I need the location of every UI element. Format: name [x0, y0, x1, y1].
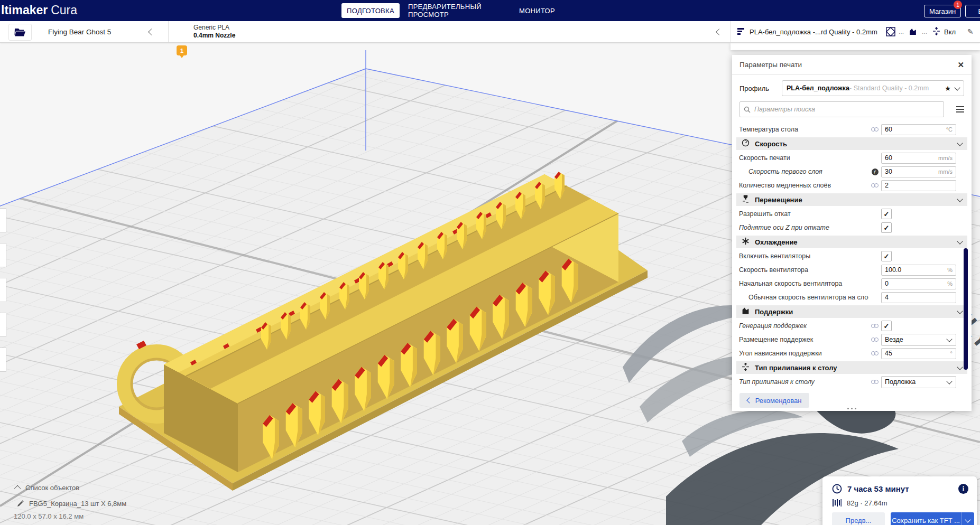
mirror-tool-button[interactable]: [0, 313, 6, 337]
panel-resize-handle[interactable]: [732, 408, 972, 409]
chevron-down-icon: [957, 140, 963, 146]
setting-label: Включить вентиляторы: [739, 252, 868, 260]
recommended-mode-button[interactable]: Рекомендован: [739, 393, 809, 408]
section-label: Перемещение: [755, 196, 958, 204]
chevron-down-icon: [946, 378, 952, 384]
save-to-file-button[interactable]: Сохранить как TFT ...: [891, 512, 974, 525]
setting-row-9: Включить вентиляторы✓: [732, 249, 972, 263]
setting-input[interactable]: 60°C: [881, 124, 956, 135]
chevron-down-icon: [957, 196, 963, 202]
toolbar-divider: [731, 21, 731, 42]
tab-monitor[interactable]: МОНИТОР: [520, 0, 554, 21]
setting-input[interactable]: 45°: [881, 348, 956, 359]
menu-icon[interactable]: [956, 106, 964, 112]
setting-label: Температура стола: [739, 126, 868, 133]
clock-icon: [832, 484, 842, 494]
setting-row-2: Скорость печати60mm/s: [732, 151, 972, 165]
object-list-toggle[interactable]: Список объектов: [16, 484, 79, 492]
panel-scrollbar[interactable]: [964, 248, 968, 370]
setting-row-12: Обычная скорость вентилятора на слое4: [732, 290, 972, 304]
setting-checkbox[interactable]: ✓: [881, 321, 892, 331]
setting-label: Разрешить откат: [739, 210, 868, 218]
edit-settings-pencil-icon[interactable]: ✎: [967, 21, 974, 42]
setting-label: Размещение поддержек: [739, 336, 868, 343]
setting-label: Скорость печати: [739, 154, 868, 162]
nozzle-icon: [742, 195, 750, 205]
material-selector[interactable]: Generic PLA 0.4mm Nozzle: [193, 24, 235, 40]
object-list-item[interactable]: FBG5_Корзина_13 шт X 6,8мм: [16, 500, 126, 508]
print-settings-summary[interactable]: PLA-бел_подложка -...rd Quality - 0.2mm: [750, 21, 877, 42]
unit-label: °C: [946, 126, 953, 133]
object-dimensions: 120.0 x 57.0 x 16.2 мм: [14, 512, 84, 520]
setting-input[interactable]: 0%: [881, 278, 956, 289]
search-input[interactable]: [753, 105, 940, 114]
print-summary-card: 7 часа 53 минут i 82g · 27.64m Предв... …: [822, 476, 977, 525]
section-label: Тип прилипания к столу: [755, 364, 958, 372]
section-header-8[interactable]: Охлаждение: [736, 236, 967, 248]
support-icon: [909, 28, 917, 35]
unit-label: mm/s: [938, 155, 953, 161]
scale-tool-button[interactable]: [0, 243, 6, 267]
star-icon[interactable]: ★: [945, 85, 951, 92]
panel-header: Параметры печати ✕: [732, 55, 972, 75]
profile-value: PLA-бел_подложка: [787, 85, 849, 92]
sign-in-button[interactable]: Вой: [965, 5, 980, 17]
function-icon: ƒ: [872, 168, 879, 175]
folder-icon: [14, 27, 26, 37]
setting-input[interactable]: 2: [881, 180, 956, 191]
setting-input[interactable]: 4: [881, 292, 956, 303]
info-icon[interactable]: i: [958, 484, 968, 494]
move-tool-button[interactable]: [0, 208, 6, 232]
link-icon: [871, 338, 879, 342]
setting-label: Количество медленных слоёв: [739, 182, 868, 189]
settings-search[interactable]: [739, 101, 944, 117]
section-header-13[interactable]: Поддержки: [736, 305, 967, 318]
search-row: [732, 98, 972, 121]
setting-input[interactable]: 60mm/s: [881, 153, 956, 164]
open-file-button[interactable]: [8, 24, 32, 41]
section-header-17[interactable]: Тип прилипания к столу: [736, 361, 967, 374]
preview-button[interactable]: Предв...: [832, 512, 885, 525]
link-icon: [871, 127, 879, 132]
setting-row-14: Генерация поддержек✓: [732, 319, 972, 333]
chevron-left-icon[interactable]: [716, 29, 723, 35]
setting-input[interactable]: 30mm/s: [881, 166, 956, 177]
close-icon[interactable]: ✕: [957, 60, 964, 70]
setting-row-0: Температура стола60°C: [732, 123, 972, 136]
chevron-down-icon: [954, 85, 960, 90]
rotate-tool-button[interactable]: [0, 278, 6, 302]
setting-input[interactable]: 100.0%: [881, 265, 956, 276]
settings-dropdown-lip: [731, 42, 980, 50]
setting-checkbox[interactable]: ✓: [881, 209, 892, 219]
setting-row-6: Разрешить откат✓: [732, 207, 972, 221]
link-icon: [871, 183, 879, 188]
section-header-5[interactable]: Перемещение: [736, 193, 967, 206]
link-icon: [871, 351, 879, 356]
settings-rows: Температура стола60°CСкоростьСкорость пе…: [732, 123, 972, 389]
toolbar-divider: [168, 21, 169, 42]
gauge-icon: [742, 139, 750, 149]
setting-label: Скорость вентилятора: [739, 266, 868, 274]
chevron-down-icon: [946, 336, 952, 342]
print-time-estimate: 7 часа 53 минут: [847, 484, 953, 493]
profile-dropdown[interactable]: PLA-бел_подложка - Standard Quality - 0.…: [782, 80, 964, 96]
application-header: ltimakerCura ПОДГОТОВКА ПРЕДВАРИТЕЛЬНЫЙ …: [0, 0, 980, 21]
setting-dropdown[interactable]: Везде: [881, 334, 956, 346]
chevron-left-icon[interactable]: [148, 29, 155, 35]
configuration-toolbar: Flying Bear Ghost 5 1 Generic PLA 0.4mm …: [0, 21, 980, 43]
printer-selector[interactable]: Flying Bear Ghost 5: [48, 21, 111, 42]
section-header-1[interactable]: Скорость: [736, 137, 967, 150]
support-blocker-tool-button[interactable]: [0, 348, 6, 372]
chevron-down-icon[interactable]: [961, 512, 974, 525]
setting-label: Скорость первого слоя: [739, 168, 868, 175]
tab-preview[interactable]: ПРЕДВАРИТЕЛЬНЫЙ ПРОСМОТР: [408, 0, 502, 21]
setting-checkbox[interactable]: ✓: [881, 222, 892, 233]
unit-label: %: [947, 280, 953, 287]
setting-dropdown[interactable]: Подложка: [881, 376, 956, 388]
layers-icon: [737, 27, 745, 35]
app-logo: ltimakerCura: [1, 3, 77, 17]
setting-checkbox[interactable]: ✓: [881, 251, 892, 261]
marketplace-badge: 1: [954, 1, 962, 9]
tab-prepare[interactable]: ПОДГОТОВКА: [341, 3, 400, 18]
pencil-icon: [16, 500, 24, 508]
